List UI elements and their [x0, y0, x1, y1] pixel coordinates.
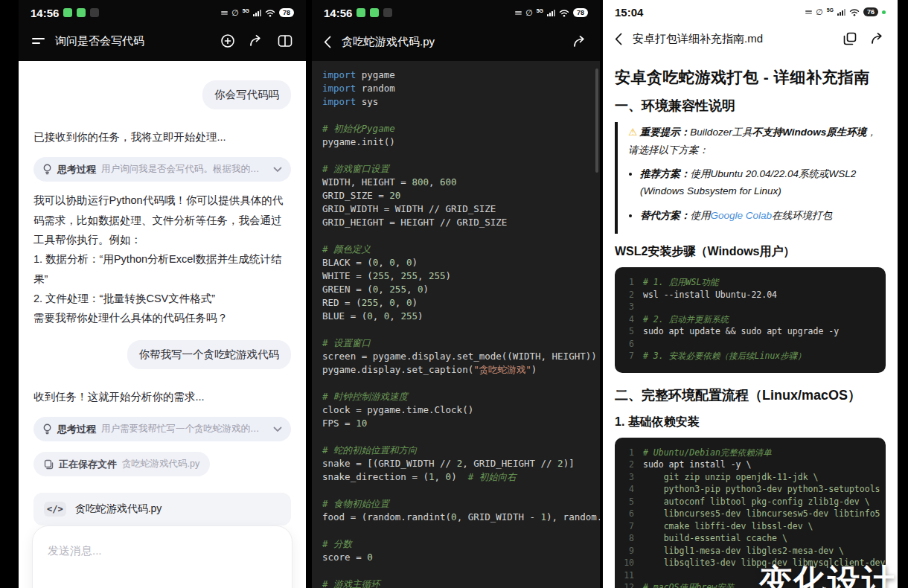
network-speed-indicator [515, 10, 522, 16]
file-title: 安卓打包详细补充指南.md [633, 32, 833, 46]
message-input[interactable] [33, 526, 292, 588]
thinking-label: 思考过程 [57, 423, 96, 436]
menu-icon[interactable] [32, 38, 45, 44]
thinking-label: 思考过程 [57, 163, 96, 176]
signal-icon [547, 10, 555, 16]
thinking-process-toggle[interactable]: 思考过程 用户询问我是否会写代码。根据我的设定，我一 [33, 157, 291, 182]
code-topbar: 14:56 ∅ 5G 78 贪吃蛇游戏代 [312, 0, 600, 61]
clock: 15:04 [615, 6, 643, 19]
lightbulb-icon [42, 424, 52, 435]
code-content: import pygameimport randomimport sys # 初… [312, 61, 600, 588]
list-item: 推荐方案：使用Ubuntu 20.04/22.04系统或WSL2 (Window… [640, 166, 886, 200]
battery-icon: 78 [279, 8, 294, 17]
thinking-process-toggle[interactable]: 思考过程 用户需要我帮忙写一个贪吃蛇游戏的代码。根一 [33, 417, 291, 441]
file-name: 贪吃蛇游戏代码.py [75, 502, 162, 516]
battery-icon: 78 [573, 8, 588, 17]
markdown-viewer-screen: 15:04 ∅ 5G 76 安卓打包详细补充指南.md [603, 0, 898, 588]
mute-icon: ∅ [525, 9, 533, 17]
mute-icon: ∅ [231, 9, 239, 17]
list-item: 替代方案：使用Google Colab在线环境打包 [640, 208, 886, 225]
saving-filename: 贪吃蛇游戏代码.py [122, 458, 199, 470]
statusbar: 14:56 ∅ 5G 78 [312, 0, 600, 25]
network-type: 5G [537, 8, 543, 13]
chat-thread: 你会写代码吗 已接收到你的任务，我将立即开始处理... 思考过程 用户询问我是否… [19, 80, 306, 554]
thinking-preview: 用户询问我是否会写代码。根据我的设定，我一 [101, 163, 268, 176]
doc-content: 安卓贪吃蛇游戏打包 - 详细补充指南 一、环境兼容性说明 ⚠ 重要提示：Buil… [603, 54, 898, 588]
chevron-down-icon [273, 167, 282, 173]
signal-icon [837, 9, 845, 16]
back-icon[interactable] [615, 33, 622, 45]
warning-text: ⚠ 重要提示：Buildozer工具不支持Windows原生环境，请选择以下方案… [628, 124, 886, 159]
wifi-icon [849, 8, 860, 16]
file-title: 贪吃蛇游戏代码.py [342, 35, 562, 49]
signal-icon [253, 10, 261, 16]
chat-header: 询问是否会写代码 [19, 25, 306, 57]
user-message: 你会写代码吗 [202, 80, 291, 109]
clock: 14:56 [31, 7, 59, 19]
code-viewer-screen: 14:56 ∅ 5G 78 贪吃蛇游戏代 [312, 0, 600, 588]
share-icon[interactable] [572, 34, 588, 49]
notification-app-icon [383, 8, 392, 17]
network-type: 5G [243, 8, 249, 13]
code-block-wsl: 1# 1. 启用WSL功能2wsl --install Ubuntu-22.04… [615, 267, 886, 373]
share-icon[interactable] [249, 33, 264, 48]
network-speed-indicator [221, 10, 228, 16]
statusbar: 14:56 ∅ 5G 78 [19, 0, 306, 25]
user-message: 你帮我写一个贪吃蛇游戏代码 [127, 340, 292, 369]
code-file-icon: </> [44, 502, 66, 517]
message-input-card [32, 525, 292, 588]
lightbulb-icon [42, 164, 52, 175]
doc-title: 安卓贪吃蛇游戏打包 - 详细补充指南 [615, 67, 886, 88]
notification-app-icon [90, 8, 99, 17]
section-heading: 一、环境兼容性说明 [615, 97, 886, 115]
section-heading: 二、完整环境配置流程（Linux/macOS） [615, 386, 886, 404]
split-view-icon[interactable] [278, 34, 292, 48]
subsection-heading: 1. 基础依赖安装 [615, 415, 886, 430]
notification-app-icon [357, 8, 365, 17]
chat-screen: 14:56 ∅ 5G 78 询问是否会写代码 [19, 0, 306, 588]
chevron-down-icon [273, 426, 282, 432]
assistant-message: 我可以协助运行Python代码哦！你可以提供具体的代码需求，比如数据处理、文件分… [33, 191, 291, 328]
scrollbar[interactable] [595, 68, 598, 173]
notification-app-icon [63, 8, 72, 17]
wifi-icon [559, 9, 569, 17]
statusbar: 15:04 ∅ 5G 76 [603, 0, 898, 24]
saving-label: 正在保存文件 [59, 458, 117, 471]
assistant-message: 收到任务！这就开始分析你的需求... [33, 389, 291, 406]
new-chat-icon[interactable] [220, 33, 235, 48]
notification-app-icon [370, 8, 379, 17]
saving-file-status: 正在保存文件 贪吃蛇游戏代码.py [33, 452, 210, 476]
warning-blockquote: ⚠ 重要提示：Buildozer工具不支持Windows原生环境，请选择以下方案… [615, 122, 886, 234]
doc-header: 安卓打包详细补充指南.md [603, 24, 898, 54]
network-type: 5G [827, 7, 834, 13]
back-icon[interactable] [324, 36, 331, 48]
notification-app-icon [77, 8, 86, 17]
file-save-icon [44, 459, 54, 470]
battery-icon: 76 [863, 7, 878, 16]
wifi-icon [265, 9, 275, 17]
copy-icon[interactable] [843, 32, 857, 45]
share-icon[interactable] [870, 31, 886, 46]
page-title: 询问是否会写代码 [55, 34, 210, 48]
mute-icon: ∅ [816, 8, 823, 16]
network-speed-indicator [805, 10, 812, 15]
assistant-message: 已接收到你的任务，我将立即开始处理... [33, 129, 291, 146]
watermark: 变化设计 [759, 560, 896, 588]
file-attachment-card[interactable]: </> 贪吃蛇游戏代码.py [33, 493, 291, 525]
subsection-heading: WSL2安装步骤（Windows用户） [615, 244, 886, 260]
thinking-preview: 用户需要我帮忙写一个贪吃蛇游戏的代码。根一 [101, 423, 268, 435]
status-dot [882, 10, 886, 14]
code-header: 贪吃蛇游戏代码.py [312, 25, 600, 58]
chat-topbar: 14:56 ∅ 5G 78 询问是否会写代码 [19, 0, 306, 61]
clock: 14:56 [324, 7, 352, 19]
